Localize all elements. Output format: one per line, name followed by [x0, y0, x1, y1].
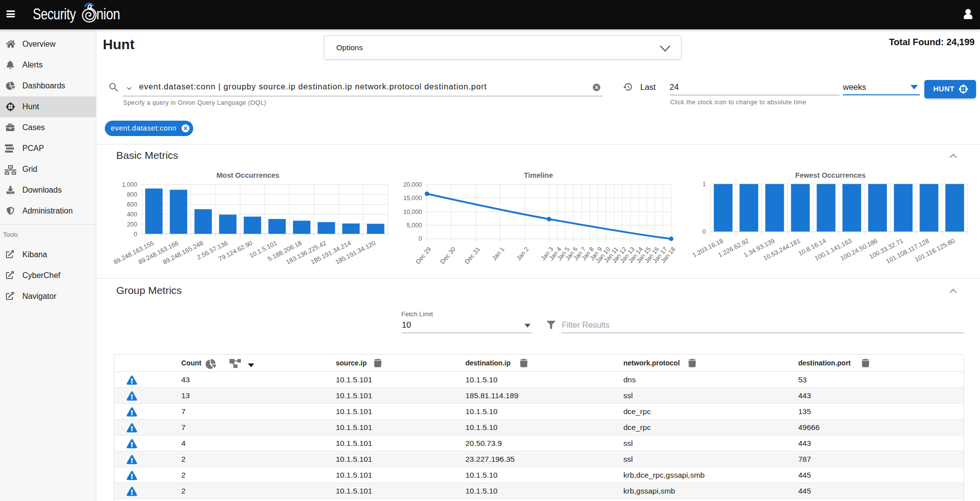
- svg-text:200: 200: [127, 221, 137, 228]
- svg-text:Dec 30: Dec 30: [439, 246, 457, 266]
- svg-text:10,000: 10,000: [403, 209, 422, 215]
- svg-text:15,000: 15,000: [403, 195, 422, 202]
- svg-text:1,000: 1,000: [122, 181, 137, 188]
- svg-text:5,000: 5,000: [407, 222, 422, 229]
- svg-text:1: 1: [702, 181, 706, 188]
- svg-text:89.248.163.155: 89.248.163.155: [112, 239, 155, 266]
- svg-text:Dec 31: Dec 31: [463, 246, 481, 266]
- svg-text:800: 800: [127, 191, 137, 198]
- svg-text:Jan 1: Jan 1: [491, 246, 506, 262]
- svg-text:Most Occurrences: Most Occurrences: [217, 171, 280, 179]
- svg-text:101.108.117.128: 101.108.117.128: [885, 237, 930, 265]
- svg-text:600: 600: [127, 201, 137, 208]
- svg-text:Jan 2: Jan 2: [515, 246, 530, 262]
- svg-text:Timeline: Timeline: [524, 171, 553, 179]
- svg-text:20,000: 20,000: [403, 181, 422, 188]
- svg-text:400: 400: [127, 211, 137, 218]
- svg-text:Fewest Occurrences: Fewest Occurrences: [795, 171, 866, 179]
- svg-text:0: 0: [419, 235, 422, 242]
- svg-text:Dec 29: Dec 29: [415, 246, 433, 266]
- svg-text:0: 0: [134, 231, 137, 238]
- svg-text:0: 0: [702, 228, 706, 235]
